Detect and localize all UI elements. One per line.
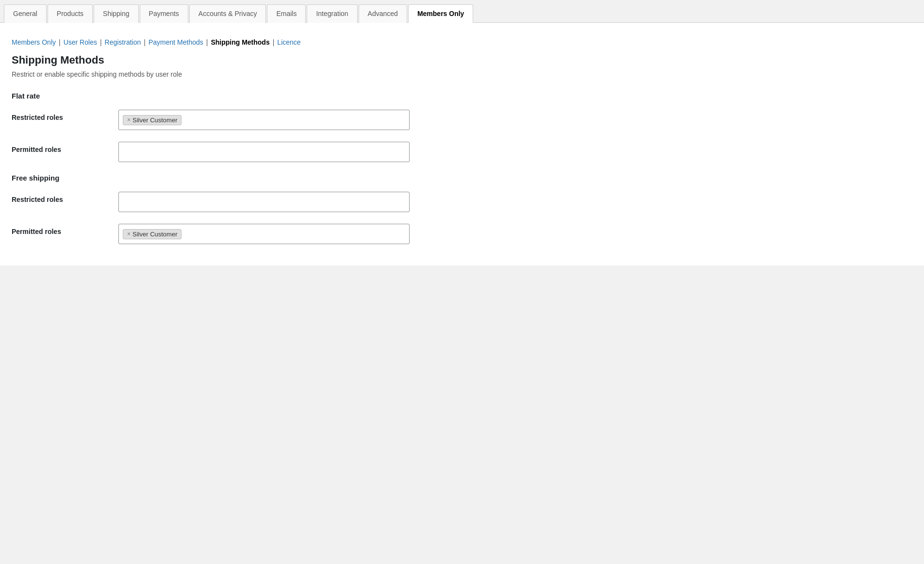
sub-nav-item-registration[interactable]: Registration (105, 38, 141, 46)
sub-nav-item-members-only[interactable]: Members Only (12, 38, 56, 46)
tab-advanced[interactable]: Advanced (359, 4, 407, 23)
tag-input-flat-rate-permitted[interactable] (118, 142, 410, 162)
main-tab-bar: GeneralProductsShippingPaymentsAccounts … (0, 0, 924, 23)
tag-silver-customer: ×Silver Customer (123, 115, 182, 125)
field-control-flat-rate-permitted (118, 142, 410, 162)
field-label-flat-rate-permitted: Permitted roles (12, 142, 118, 153)
sub-nav-item-payment-methods[interactable]: Payment Methods (148, 38, 203, 46)
tab-general[interactable]: General (4, 4, 47, 23)
field-row-flat-rate-permitted: Permitted roles (12, 142, 912, 162)
sub-nav-item-user-roles[interactable]: User Roles (64, 38, 97, 46)
page-description: Restrict or enable specific shipping met… (12, 70, 912, 78)
section-free-shipping: Free shippingRestricted rolesPermitted r… (12, 174, 912, 244)
tag-input-free-shipping-permitted[interactable]: ×Silver Customer (118, 224, 410, 244)
sub-nav-separator-2: | (100, 38, 102, 46)
page-title: Shipping Methods (12, 54, 912, 66)
field-label-flat-rate-restricted: Restricted roles (12, 110, 118, 121)
tag-input-free-shipping-restricted[interactable] (118, 192, 410, 212)
tag-remove-silver-customer[interactable]: × (127, 117, 131, 123)
tag-label-silver-customer: Silver Customer (132, 116, 177, 124)
tab-members-only[interactable]: Members Only (408, 4, 473, 23)
sub-nav-separator-3: | (144, 38, 146, 46)
tag-remove-silver-customer[interactable]: × (127, 231, 131, 237)
sub-navigation: Members Only | User Roles | Registration… (12, 33, 912, 54)
field-row-free-shipping-restricted: Restricted roles (12, 192, 912, 212)
tab-shipping[interactable]: Shipping (94, 4, 139, 23)
sub-nav-separator-4: | (206, 38, 208, 46)
field-label-free-shipping-restricted: Restricted roles (12, 192, 118, 203)
sub-nav-item-licence[interactable]: Licence (277, 38, 300, 46)
tab-emails[interactable]: Emails (267, 4, 306, 23)
section-heading-free-shipping: Free shipping (12, 174, 912, 182)
tab-payments[interactable]: Payments (140, 4, 188, 23)
field-label-free-shipping-permitted: Permitted roles (12, 224, 118, 235)
tab-products[interactable]: Products (48, 4, 93, 23)
field-control-flat-rate-restricted: ×Silver Customer (118, 110, 410, 130)
sub-nav-item-shipping-methods: Shipping Methods (211, 38, 269, 46)
sub-nav-separator-1: | (59, 38, 61, 46)
tab-integration[interactable]: Integration (307, 4, 357, 23)
sub-nav-separator-5: | (273, 38, 275, 46)
field-control-free-shipping-permitted: ×Silver Customer (118, 224, 410, 244)
section-flat-rate: Flat rateRestricted roles×Silver Custome… (12, 92, 912, 162)
tag-label-silver-customer: Silver Customer (132, 231, 177, 238)
field-row-free-shipping-permitted: Permitted roles×Silver Customer (12, 224, 912, 244)
field-row-flat-rate-restricted: Restricted roles×Silver Customer (12, 110, 912, 130)
sections-container: Flat rateRestricted roles×Silver Custome… (12, 92, 912, 244)
content-area: Members Only | User Roles | Registration… (0, 23, 924, 265)
field-control-free-shipping-restricted (118, 192, 410, 212)
tag-silver-customer: ×Silver Customer (123, 229, 182, 239)
tab-accounts-privacy[interactable]: Accounts & Privacy (189, 4, 266, 23)
tag-input-flat-rate-restricted[interactable]: ×Silver Customer (118, 110, 410, 130)
section-heading-flat-rate: Flat rate (12, 92, 912, 100)
